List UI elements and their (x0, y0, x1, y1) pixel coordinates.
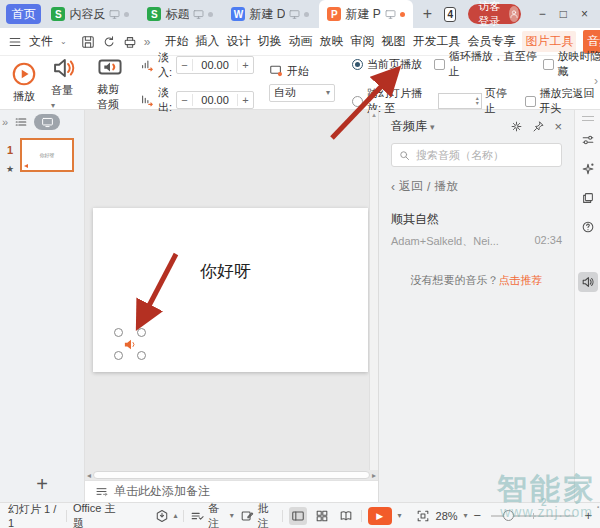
save-icon[interactable] (81, 35, 95, 49)
tab-unsaved-dot (400, 12, 405, 17)
slideshow-play-button[interactable]: ▶ (368, 507, 392, 525)
menu-item-review[interactable]: 审阅 (350, 33, 374, 50)
decrement-button[interactable]: − (177, 59, 193, 71)
scroll-left-icon[interactable]: ◂ (87, 471, 91, 480)
chevron-down-icon[interactable]: ▾ (430, 122, 435, 132)
audio-object-selected[interactable] (114, 328, 146, 360)
volume-button[interactable]: 音量 ▾ (44, 55, 84, 110)
undo-icon[interactable] (102, 35, 116, 49)
checkbox-loop-playback[interactable]: 循环播放，直至停止 (434, 49, 543, 79)
chevron-down-icon[interactable]: ▾ (398, 511, 402, 520)
chevron-left-icon[interactable]: ‹ (391, 180, 395, 194)
zoom-slider[interactable] (491, 515, 574, 517)
animation-pane-button[interactable] (578, 188, 598, 208)
slide[interactable]: 你好呀 (93, 208, 368, 372)
comments-toggle[interactable]: 批注 (240, 501, 276, 528)
drag-handle-icon[interactable] (582, 116, 594, 121)
menu-item-start[interactable]: 开始 (164, 33, 188, 50)
doc-tab-label: 新建 D (249, 6, 285, 23)
reading-view-button[interactable] (337, 507, 355, 525)
menu-item-member[interactable]: 会员专享 (467, 33, 515, 50)
selection-handle[interactable] (137, 351, 146, 360)
notes-bar[interactable]: 单击此处添加备注 (85, 480, 378, 502)
slide-canvas[interactable]: 你好呀 ▴ (85, 110, 378, 470)
decrement-button[interactable]: − (177, 94, 193, 106)
gear-icon[interactable] (510, 120, 523, 133)
close-button[interactable]: × (581, 7, 588, 21)
guest-login-button[interactable]: 访客登录 (468, 4, 520, 24)
back-link[interactable]: 返回 (399, 178, 423, 195)
toolbar-overflow[interactable]: » (144, 35, 151, 49)
notes-toggle[interactable]: 备注▾ (190, 501, 233, 528)
fit-to-window[interactable] (416, 509, 430, 523)
menu-item-slideshow[interactable]: 放映 (319, 33, 343, 50)
across-pages-input[interactable]: ▴▾ (438, 93, 482, 109)
checkbox-hide-on-show[interactable]: 放映时隐藏 (543, 49, 600, 79)
doc-tab-writer[interactable]: W 新建 D (223, 0, 317, 28)
ink-tool[interactable]: ▴ (155, 509, 177, 523)
file-menu[interactable]: 文件 (29, 33, 53, 50)
doc-tab-presentation-active[interactable]: P 新建 P (319, 0, 412, 28)
slide-sorter-button[interactable] (313, 507, 331, 525)
start-mode-select[interactable]: 自动 ▾ (269, 84, 335, 102)
slide-1-item[interactable]: 1 ★ 你好呀 (0, 138, 84, 174)
menu-item-devtools[interactable]: 开发工具 (412, 33, 460, 50)
open-docs-badge[interactable]: 4 (444, 7, 456, 22)
increment-button[interactable]: + (237, 94, 253, 106)
selection-handle[interactable] (114, 351, 123, 360)
thumbnail-view-toggle[interactable] (34, 114, 60, 130)
menu-item-transition[interactable]: 切换 (257, 33, 281, 50)
properties-button[interactable] (578, 130, 598, 150)
increment-button[interactable]: + (237, 59, 253, 71)
play-button[interactable]: 播放 (4, 61, 44, 104)
effects-button[interactable] (578, 159, 598, 179)
selection-handle[interactable] (114, 328, 123, 337)
trim-audio-button[interactable]: 裁剪音频 (90, 54, 130, 112)
help-button[interactable] (578, 217, 598, 237)
chevron-down-icon[interactable]: ▾ (464, 511, 468, 520)
minimize-button[interactable]: − (539, 7, 546, 21)
normal-view-button[interactable] (289, 507, 307, 525)
selection-handle[interactable] (137, 328, 146, 337)
fade-in-value[interactable]: 00.00 (193, 59, 237, 71)
fade-out-value[interactable]: 00.00 (193, 94, 237, 106)
zoom-knob[interactable] (503, 510, 514, 521)
zoom-out-button[interactable]: − (474, 508, 482, 523)
menu-item-animation[interactable]: 动画 (288, 33, 312, 50)
menu-item-view[interactable]: 视图 (381, 33, 405, 50)
audio-pane-button-active[interactable] (578, 272, 598, 292)
theme-name[interactable]: Office 主题 (73, 501, 121, 528)
home-tab[interactable]: 首页 (6, 4, 41, 24)
expand-panel-icon[interactable]: » (2, 116, 8, 128)
horizontal-scrollbar[interactable]: ◂ ▸ (85, 470, 378, 480)
search-icon (398, 149, 411, 162)
print-icon[interactable] (123, 35, 137, 49)
radio-current-page[interactable]: 当前页播放 (352, 57, 434, 72)
audio-search-box[interactable] (391, 143, 562, 167)
checkbox-rewind[interactable]: 播放完返回开头 (525, 86, 600, 116)
outline-view-icon[interactable] (14, 115, 28, 129)
menu-item-design[interactable]: 设计 (226, 33, 250, 50)
zoom-level[interactable]: 28% (436, 510, 458, 522)
audio-search-input[interactable] (416, 149, 555, 161)
add-slide-button[interactable]: + (0, 473, 84, 496)
recommend-link[interactable]: 点击推荐 (499, 274, 543, 286)
doc-tab-content[interactable]: S 内容反 (43, 0, 137, 28)
maximize-button[interactable]: □ (560, 7, 567, 21)
pin-icon[interactable] (532, 120, 545, 133)
vertical-scrollbar[interactable]: ▴ (369, 110, 378, 470)
caret-up-icon[interactable]: ▴ (173, 511, 177, 520)
menu-item-insert[interactable]: 插入 (195, 33, 219, 50)
new-tab-button[interactable]: + (415, 5, 440, 23)
close-panel-icon[interactable]: × (554, 119, 562, 134)
slide-text-box[interactable]: 你好呀 (200, 260, 251, 283)
scroll-right-icon[interactable]: ▸ (372, 471, 376, 480)
chevron-right-icon[interactable]: › (594, 74, 598, 88)
song-list-item[interactable]: 顺其自然 Adam+Salkeld、Nei... 02:34 (391, 211, 562, 249)
scrollbar-track[interactable] (93, 471, 370, 479)
doc-tab-title[interactable]: S 标题 (139, 0, 221, 28)
animation-indicator-icon: ★ (6, 164, 14, 174)
slide-1-thumbnail[interactable]: 你好呀 (20, 138, 74, 172)
hamburger-icon[interactable] (8, 35, 22, 49)
zoom-in-button[interactable]: + (584, 508, 592, 523)
